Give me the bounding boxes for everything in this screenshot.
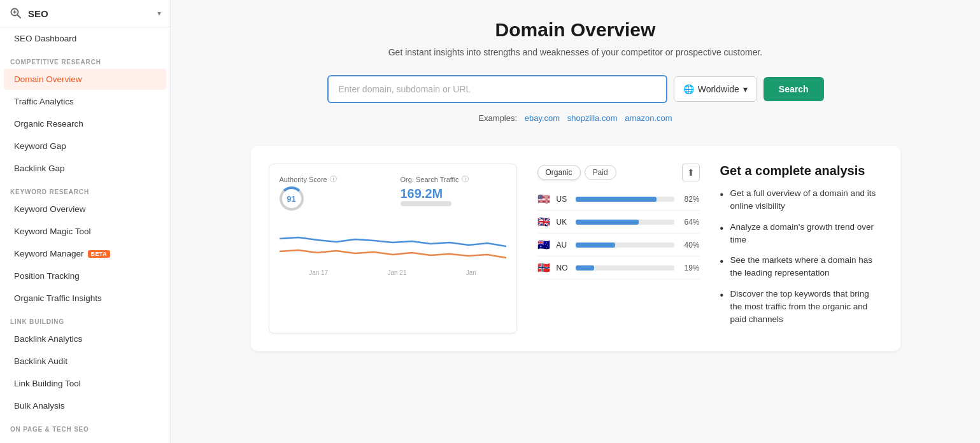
sidebar-item-label: Bulk Analysis — [14, 401, 65, 411]
bar-wrap-no — [576, 265, 674, 271]
sidebar-item-label: Link Building Tool — [14, 379, 81, 388]
search-button[interactable]: Search — [763, 77, 824, 101]
example-link-amazon[interactable]: amazon.com — [625, 113, 672, 123]
country-row-uk: 🇬🇧 UK 64% — [537, 211, 700, 234]
sidebar-item-label: Keyword Manager — [14, 249, 84, 258]
list-item: Analyze a domain's growth trend over tim… — [720, 221, 883, 247]
bar-fill-uk — [576, 220, 639, 225]
sidebar-item-backlink-gap[interactable]: Backlink Gap — [4, 158, 166, 179]
sidebar-item-keyword-overview[interactable]: Keyword Overview — [4, 199, 166, 220]
org-traffic-block: Org. Search Traffic ⓘ 169.2M — [401, 174, 506, 211]
list-item: Get a full overview of a domain and its … — [720, 187, 883, 213]
authority-circle: 91 — [280, 186, 304, 211]
worldwide-label: Worldwide — [698, 84, 739, 94]
sidebar-item-label: Keyword Gap — [14, 141, 66, 151]
sidebar-item-backlink-audit[interactable]: Backlink Audit — [4, 351, 166, 372]
sidebar-item-label: Position Tracking — [14, 271, 80, 281]
sidebar-item-label: Backlink Analytics — [14, 334, 82, 344]
chart-label-1: Jan 21 — [387, 269, 406, 276]
sidebar-item-keyword-magic-tool[interactable]: Keyword Magic Tool — [4, 221, 166, 242]
bar-fill-no — [576, 265, 594, 271]
flag-au: 🇦🇺 — [537, 239, 551, 251]
sidebar-item-domain-overview[interactable]: Domain Overview — [4, 69, 166, 90]
sidebar-item-label: SEO Dashboard — [14, 34, 76, 43]
sidebar-item-label: Organic Research — [14, 119, 83, 129]
authority-score-value: 91 — [287, 194, 295, 204]
example-link-shopzilla[interactable]: shopzilla.com — [567, 113, 618, 123]
preview-card: Authority Score ⓘ 91 Org. Search Traffic — [269, 164, 517, 334]
sidebar-item-label: Keyword Overview — [14, 204, 86, 214]
country-row-us: 🇺🇸 US 82% — [537, 188, 700, 211]
sidebar-item-link-building-tool[interactable]: Link Building Tool — [4, 373, 166, 394]
example-link-ebay[interactable]: ebay.com — [525, 113, 560, 123]
tab-row: Organic Paid ⬆ — [537, 164, 700, 181]
worldwide-dropdown[interactable]: 🌐 Worldwide ▾ — [674, 76, 757, 102]
flag-us: 🇺🇸 — [537, 193, 551, 205]
list-item: See the markets where a domain has the l… — [720, 254, 883, 280]
search-bar: 🌐 Worldwide ▾ Search — [327, 75, 824, 103]
chevron-down-icon: ▾ — [743, 84, 748, 94]
preview-section: Authority Score ⓘ 91 Org. Search Traffic — [251, 146, 900, 351]
analysis-section: Get a complete analysis Get a full overv… — [720, 164, 883, 334]
section-label-competitive: COMPETITIVE RESEARCH — [0, 50, 170, 68]
sidebar-item-organic-traffic-insights[interactable]: Organic Traffic Insights — [4, 288, 166, 309]
info-icon: ⓘ — [330, 174, 337, 184]
beta-badge: beta — [88, 250, 110, 258]
sidebar-item-backlink-analytics[interactable]: Backlink Analytics — [4, 328, 166, 349]
bar-wrap-au — [576, 243, 674, 248]
sidebar-item-keyword-gap[interactable]: Keyword Gap — [4, 136, 166, 157]
pct-us: 82% — [679, 195, 700, 204]
org-traffic-value: 169.2M — [401, 186, 443, 201]
authority-score-label: Authority Score — [280, 176, 327, 183]
section-label-onpage: ON PAGE & TECH SEO — [0, 417, 170, 435]
bar-fill-au — [576, 243, 615, 248]
info-icon: ⓘ — [462, 174, 469, 184]
sidebar-item-label: Keyword Magic Tool — [14, 227, 91, 236]
sidebar-item-position-tracking[interactable]: Position Tracking — [4, 265, 166, 286]
country-row-no: 🇳🇴 NO 19% — [537, 257, 700, 279]
list-item: Discover the top keywords that bring the… — [720, 288, 883, 327]
page-title: Domain Overview — [251, 19, 900, 41]
sidebar-item-organic-research[interactable]: Organic Research — [4, 113, 166, 134]
sidebar-item-site-audit[interactable]: Site Audit — [4, 436, 166, 443]
country-row-au: 🇦🇺 AU 40% — [537, 234, 700, 257]
seo-icon — [9, 6, 23, 20]
sidebar-item-keyword-manager[interactable]: Keyword Manager beta — [4, 243, 166, 264]
sidebar-item-label: Backlink Audit — [14, 356, 67, 366]
bar-wrap-us — [576, 197, 674, 202]
tab-paid[interactable]: Paid — [585, 165, 616, 180]
sidebar-title: SEO — [28, 8, 157, 19]
flag-no: 🇳🇴 — [537, 262, 551, 274]
sidebar-header[interactable]: SEO ▾ — [0, 0, 170, 27]
sidebar-item-label: Backlink Gap — [14, 164, 65, 173]
search-input[interactable] — [327, 75, 667, 103]
section-label-link-building: LINK BUILDING — [0, 309, 170, 328]
examples-row: Examples: ebay.com shopzilla.com amazon.… — [251, 113, 900, 123]
bar-wrap-uk — [576, 220, 674, 225]
export-button[interactable]: ⬆ — [682, 164, 700, 181]
chart-labels: Jan 17 Jan 21 Jan — [280, 269, 506, 276]
pct-au: 40% — [679, 241, 700, 250]
flag-uk: 🇬🇧 — [537, 216, 551, 228]
section-label-keyword: KEYWORD RESEARCH — [0, 179, 170, 198]
bar-fill-us — [576, 197, 657, 202]
sidebar-item-label: Traffic Analytics — [14, 97, 74, 106]
analysis-title: Get a complete analysis — [720, 164, 883, 178]
svg-line-1 — [18, 15, 21, 18]
tab-organic[interactable]: Organic — [537, 165, 581, 180]
chart-label-0: Jan 17 — [309, 269, 328, 276]
traffic-bar — [401, 201, 451, 206]
chart-area — [280, 220, 506, 265]
country-bars: Organic Paid ⬆ 🇺🇸 US 82% 🇬🇧 — [537, 164, 700, 334]
page-subtitle: Get instant insights into strengths and … — [251, 47, 900, 57]
code-no: NO — [557, 264, 571, 272]
examples-label: Examples: — [478, 113, 517, 123]
card-stats-row: Authority Score ⓘ 91 Org. Search Traffic — [280, 174, 506, 211]
sidebar-item-traffic-analytics[interactable]: Traffic Analytics — [4, 91, 166, 112]
search-input-wrap — [327, 75, 667, 103]
code-uk: UK — [557, 218, 571, 227]
export-icon: ⬆ — [687, 167, 695, 178]
sidebar-item-seo-dashboard[interactable]: SEO Dashboard — [4, 28, 166, 49]
pct-uk: 64% — [679, 218, 700, 227]
sidebar-item-bulk-analysis[interactable]: Bulk Analysis — [4, 395, 166, 416]
